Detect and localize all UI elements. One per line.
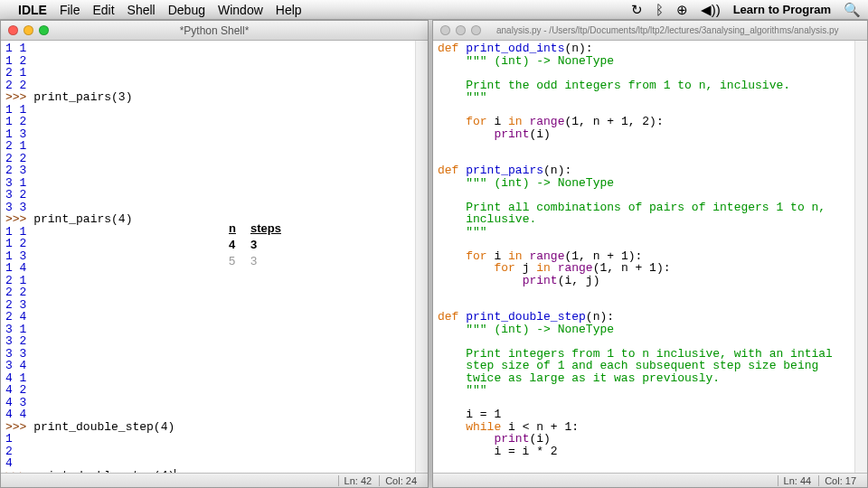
shell-editor[interactable]: 1 11 22 12 2>>> print_pairs(3)1 11 21 32… (1, 41, 428, 473)
code-line (438, 140, 851, 153)
shell-line: 2 1 (5, 275, 411, 287)
code-line: def print_pairs(n): (438, 164, 851, 177)
table-header-n: n (229, 221, 249, 236)
shell-line: 3 3 (5, 348, 411, 361)
shell-line: >>> print_double_step(4) (5, 470, 411, 474)
code-line: """ (438, 226, 851, 239)
code-line: """ (int) -> NoneType (438, 177, 851, 190)
code-line: Print the odd integers from 1 to n, incl… (438, 80, 851, 92)
editor-scrollbar[interactable] (854, 41, 867, 473)
shell-line: 3 1 (5, 177, 411, 190)
code-line (438, 299, 851, 312)
bluetooth-icon[interactable]: ᛒ (656, 2, 664, 17)
close-icon[interactable] (440, 25, 450, 35)
volume-icon[interactable]: ◀)) (701, 2, 721, 18)
shell-line: >>> print_pairs(4) (5, 213, 411, 226)
shell-line: 2 1 (5, 140, 411, 153)
code-line (438, 67, 851, 80)
editor-window: analysis.py - /Users/ltp/Documents/ltp/l… (432, 20, 868, 488)
menubar-left: IDLE File Edit Shell Debug Window Help (7, 3, 315, 17)
table-row: 43 (229, 238, 294, 252)
shell-line: 1 1 (5, 42, 411, 55)
complexity-table: n steps 4353 (227, 220, 296, 270)
code-line (438, 104, 851, 117)
code-line: Print all combinations of pairs of integ… (438, 202, 851, 214)
shell-line: 1 2 (5, 116, 411, 128)
shell-traffic-lights (1, 25, 49, 35)
table-header-steps: steps (250, 221, 294, 236)
minimize-icon[interactable] (24, 25, 33, 35)
zoom-icon[interactable] (39, 25, 49, 35)
menu-shell[interactable]: Shell (127, 3, 156, 17)
shell-statusbar: Ln: 42 Col: 24 (1, 473, 428, 487)
shell-line: 3 4 (5, 360, 411, 372)
python-shell-window: *Python Shell* 1 11 22 12 2>>> print_pai… (0, 20, 429, 488)
code-line (438, 286, 851, 299)
zoom-icon[interactable] (471, 25, 481, 35)
wifi-icon[interactable]: ⊕ (676, 2, 688, 18)
editor-statusbar: Ln: 44 Col: 17 (433, 473, 867, 487)
mac-menubar: IDLE File Edit Shell Debug Window Help ↻… (0, 0, 868, 20)
shell-line: 1 1 (5, 226, 411, 239)
code-line: """ (438, 91, 851, 104)
menu-window[interactable]: Window (218, 3, 263, 17)
code-line: twice as large as it was previously. (438, 372, 851, 385)
code-line: """ (438, 384, 851, 397)
shell-scrollbar[interactable] (415, 41, 428, 473)
menu-app-name[interactable]: IDLE (18, 3, 47, 17)
editor-title: analysis.py - /Users/ltp/Documents/ltp/l… (433, 25, 867, 35)
shell-line: >>> print_double_step(4) (5, 421, 411, 434)
minimize-icon[interactable] (456, 25, 466, 35)
editor-titlebar[interactable]: analysis.py - /Users/ltp/Documents/ltp/l… (433, 21, 867, 41)
editor-col-label: Col: 17 (818, 475, 862, 486)
code-line: i = i * 2 (438, 446, 851, 458)
code-line (438, 397, 851, 409)
code-line: print(i, j) (438, 275, 851, 287)
time-machine-icon[interactable]: ↻ (631, 2, 643, 18)
code-line: while i < n + 1: (438, 421, 851, 434)
code-line: print(i) (438, 128, 851, 141)
code-line (438, 189, 851, 202)
code-line: for j in range(1, n + 1): (438, 262, 851, 275)
shell-line: 2 3 (5, 299, 411, 312)
shell-line: 4 1 (5, 372, 411, 385)
code-line: def print_double_step(n): (438, 311, 851, 324)
shell-line: 2 2 (5, 153, 411, 165)
shell-line: 1 3 (5, 250, 411, 263)
shell-line: 3 2 (5, 335, 411, 348)
code-line: Print integers from 1 to n inclusive, wi… (438, 348, 851, 361)
menu-edit[interactable]: Edit (92, 3, 114, 17)
shell-line: >>> print_pairs(3) (5, 91, 411, 104)
menu-debug[interactable]: Debug (168, 3, 205, 17)
code-line: i = 1 (438, 408, 851, 421)
shell-line: 2 4 (5, 311, 411, 324)
shell-line: 2 1 (5, 67, 411, 80)
code-line: """ (int) -> NoneType (438, 324, 851, 336)
code-line (438, 238, 851, 250)
shell-title: *Python Shell* (1, 24, 428, 37)
close-icon[interactable] (8, 25, 18, 35)
shell-code-area[interactable]: 1 11 22 12 2>>> print_pairs(3)1 11 21 32… (2, 41, 415, 473)
editor-body[interactable]: def print_odd_ints(n): """ (int) -> None… (433, 41, 867, 473)
shell-line-label: Ln: 42 (338, 475, 378, 486)
shell-line: 3 2 (5, 189, 411, 202)
table-row: 53 (229, 254, 294, 268)
shell-titlebar[interactable]: *Python Shell* (1, 21, 428, 41)
menu-help[interactable]: Help (276, 3, 302, 17)
shell-line: 2 2 (5, 80, 411, 92)
spotlight-icon[interactable]: 🔍 (844, 2, 861, 18)
code-line: inclusive. (438, 213, 851, 226)
code-line: print(i) (438, 433, 851, 446)
menubar-right: ↻ ᛒ ⊕ ◀)) Learn to Program 🔍 (631, 2, 861, 18)
menu-file[interactable]: File (60, 3, 80, 17)
menu-right-text[interactable]: Learn to Program (733, 3, 831, 16)
shell-line: 1 1 (5, 104, 411, 117)
shell-line: 1 2 (5, 55, 411, 68)
shell-line: 1 2 (5, 238, 411, 250)
shell-line: 4 3 (5, 397, 411, 409)
code-line (438, 153, 851, 165)
shell-line: 2 2 (5, 286, 411, 299)
shell-line: 4 (5, 457, 411, 470)
code-line (438, 335, 851, 348)
editor-code-area[interactable]: def print_odd_ints(n): """ (int) -> None… (434, 41, 854, 473)
